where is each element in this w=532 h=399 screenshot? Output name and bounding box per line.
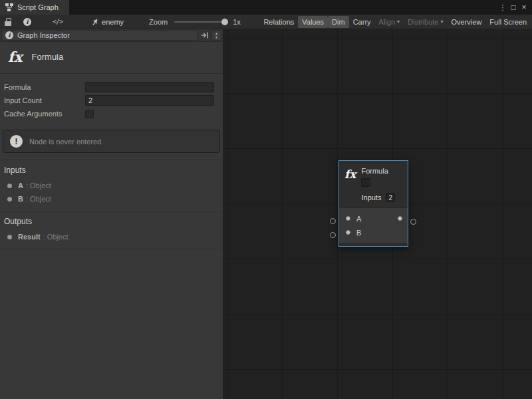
- unconnected-port[interactable]: [330, 232, 336, 238]
- input-port-b[interactable]: [346, 230, 350, 235]
- window-menu-button[interactable]: ⋮: [497, 0, 508, 15]
- formula-node[interactable]: fx Formula Inputs 2 A B: [338, 160, 408, 247]
- graph-toolbar: i </> enemy Zoom 1x Relations Values Dim…: [0, 15, 532, 29]
- node-footer: [339, 243, 408, 246]
- input-port-row-a: A : Object: [0, 179, 223, 192]
- graph-canvas[interactable]: fx Formula Inputs 2 A B: [223, 29, 532, 399]
- formula-node-title: Formula: [361, 167, 395, 175]
- toolbar-button-carry[interactable]: Carry: [349, 16, 375, 28]
- cache-arguments-checkbox[interactable]: [85, 110, 94, 118]
- inspector-title: Graph Inspector: [17, 31, 70, 39]
- zoom-slider-knob[interactable]: [221, 19, 228, 25]
- panel-scroll-buttons[interactable]: ▲ ▼: [211, 30, 221, 41]
- formula-node-ports: A B: [339, 207, 408, 243]
- formula-icon: fx: [8, 50, 23, 64]
- output-port-result[interactable]: [398, 216, 402, 221]
- node-port-row-b: B: [339, 225, 408, 239]
- window-controls: ⋮ □ ×: [497, 0, 532, 15]
- toolbar-button-overview[interactable]: Overview: [448, 16, 486, 28]
- window-close-button[interactable]: ×: [519, 0, 529, 15]
- toolbar-button-distribute: Distribute ▾: [404, 16, 447, 28]
- toolbar-button-dim[interactable]: Dim: [328, 16, 349, 28]
- chevron-down-icon: ▾: [441, 19, 444, 25]
- zoom-value: 1x: [233, 18, 241, 26]
- inputs-section-header: Inputs: [0, 163, 223, 179]
- inspector-header: i Graph Inspector ▲ ▼: [0, 29, 223, 42]
- cache-arguments-field-row: Cache Arguments: [0, 107, 223, 120]
- input-count-field-row: Input Count: [0, 94, 223, 107]
- scroll-down-icon[interactable]: ▼: [215, 35, 218, 39]
- input-count-input[interactable]: [85, 95, 214, 106]
- inspected-node-header: fx Formula: [0, 42, 223, 74]
- formula-node-header: fx Formula Inputs 2: [339, 161, 408, 207]
- formula-input[interactable]: [85, 82, 214, 92]
- script-graph-icon: [5, 3, 13, 11]
- input-count-label: Input Count: [4, 96, 85, 104]
- graph-reference-label: enemy: [102, 18, 124, 26]
- inputs-section: Inputs A : Object B : Object: [0, 160, 223, 211]
- port-dot-icon: [7, 197, 12, 201]
- chevron-down-icon: ▾: [397, 19, 400, 25]
- input-port-row-b: B : Object: [0, 192, 223, 205]
- port-dot-icon: [7, 184, 12, 188]
- dock-icon[interactable]: [200, 31, 209, 40]
- toolbar-button-fullscreen[interactable]: Full Screen: [485, 16, 531, 28]
- cache-arguments-label: Cache Arguments: [4, 110, 85, 118]
- warning-icon: !: [10, 135, 23, 148]
- toolbar-button-values[interactable]: Values: [298, 16, 328, 28]
- info-icon[interactable]: i: [23, 18, 31, 26]
- tab-title: Script Graph: [17, 3, 59, 11]
- node-inputs-label: Inputs: [361, 194, 381, 201]
- outputs-section-header: Outputs: [0, 214, 223, 230]
- tab-script-graph[interactable]: Script Graph: [0, 0, 69, 15]
- input-port-a[interactable]: [346, 216, 350, 221]
- graph-pointer-icon: [90, 18, 98, 26]
- port-dot-icon: [7, 235, 12, 239]
- lock-icon[interactable]: [5, 21, 11, 26]
- outputs-section: Outputs Result : Object: [0, 211, 223, 249]
- warning-text: Node is never entered.: [29, 138, 103, 146]
- inspector-fields: Formula Input Count Cache Arguments: [0, 74, 223, 122]
- unconnected-port[interactable]: [330, 218, 336, 224]
- formula-field-label: Formula: [4, 83, 85, 91]
- output-port-row-result: Result : Object: [0, 230, 223, 243]
- node-formula-input[interactable]: [361, 178, 370, 187]
- info-icon: i: [5, 31, 13, 39]
- window-maximize-button[interactable]: □: [508, 0, 519, 15]
- window-tab-bar: Script Graph ⋮ □ ×: [0, 0, 532, 15]
- node-input-count[interactable]: 2: [386, 193, 395, 202]
- toolbar-buttons: Relations Values Dim Carry Align ▾ Distr…: [259, 15, 532, 29]
- toolbar-button-relations[interactable]: Relations: [259, 16, 298, 28]
- zoom-label: Zoom: [149, 18, 168, 26]
- graph-inspector-selector[interactable]: i Graph Inspector: [1, 30, 198, 41]
- graph-inspector-panel: i Graph Inspector ▲ ▼ fx Formula Formula…: [0, 29, 223, 399]
- formula-field-row: Formula: [0, 80, 223, 94]
- warning-banner: ! Node is never entered.: [3, 130, 220, 153]
- graph-reference[interactable]: enemy: [90, 18, 124, 26]
- zoom-slider[interactable]: [174, 21, 227, 23]
- toolbar-button-align: Align ▾: [375, 16, 404, 28]
- code-icon[interactable]: </>: [53, 18, 63, 25]
- formula-node-icon: fx: [344, 169, 356, 202]
- unconnected-port[interactable]: [410, 219, 416, 225]
- inspected-node-title: Formula: [32, 52, 64, 62]
